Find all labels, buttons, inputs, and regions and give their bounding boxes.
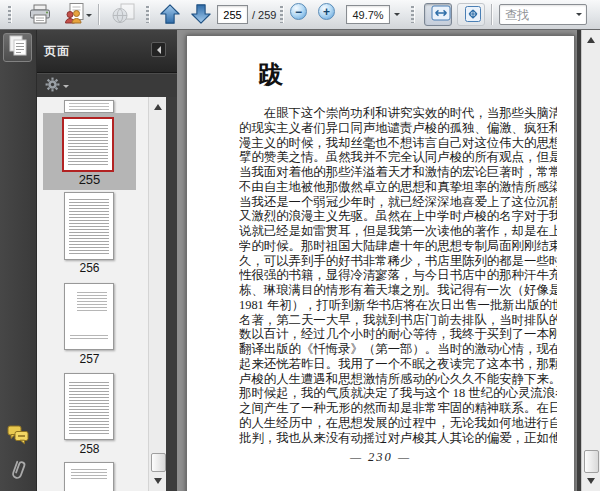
text-line: 卢梭的人生遭遇和思想激情所感动的心久久不能安静下来。从 — [239, 372, 557, 387]
thumbnail-page-254-partial[interactable] — [64, 100, 114, 113]
collapse-panel-button[interactable] — [151, 42, 166, 57]
text-line: 之间产生了一种无形的然而却是非常牢固的精神联系。在日后 — [239, 401, 557, 416]
triangle-up-icon — [587, 33, 595, 43]
zoom-level-value[interactable]: 49.7% — [346, 5, 390, 24]
text-line: 的人生经历中，在思想发展的过程中，无论我如何地进行自我 — [239, 416, 557, 431]
text-line: 批判，我也从来没有动摇过对卢梭其人其论的偏爱，正如他的 — [239, 431, 557, 446]
toolbar-grip[interactable] — [280, 6, 283, 23]
fit-width-button[interactable] — [424, 3, 452, 26]
text-line: 不由自主地被他那傲然卓立的思想和真挚坦率的激情所感染。 — [239, 180, 557, 195]
panel-title: 页面 — [44, 43, 70, 60]
scrollbar-thumb[interactable] — [151, 453, 166, 472]
page-number-input[interactable] — [217, 5, 248, 24]
thumbnail-label: 258 — [43, 442, 136, 456]
fit-page-icon — [464, 11, 482, 26]
text-line: 擘的赞美之情。虽然我并不完全认同卢梭的所有观点，但是每 — [239, 150, 557, 165]
page-total-label: / 259 — [252, 0, 276, 29]
text-line: 在眼下这个崇尚功利和讲究实效的时代，当那些头脑清醒 — [239, 106, 557, 121]
chevron-down-icon — [576, 13, 582, 19]
toolbar-separator — [491, 4, 492, 25]
text-line: 数以百计，经过几个小时的耐心等待，我终于买到了一本刚刚 — [239, 327, 557, 342]
panel-scrollbar[interactable] — [148, 97, 166, 491]
thumbnail-preview — [69, 199, 109, 254]
pages-panel-button[interactable] — [3, 33, 32, 62]
text-line: 学的时候。那时祖国大陆肆虐十年的思想专制局面刚刚结束不 — [239, 239, 557, 254]
text-line: 名著，第二天一大早，我就到书店门前去排队，当时排队的人 — [239, 313, 557, 328]
text-line: 栋、琳琅满目的情形有着天壤之别。我记得有一次（好像是 — [239, 283, 557, 298]
triangle-up-icon — [154, 100, 162, 110]
text-line: 又激烈的浪漫主义先驱。虽然在上中学时卢梭的名字对于我来 — [239, 209, 557, 224]
zoom-out-button[interactable]: − — [290, 3, 307, 20]
previous-page-button[interactable] — [155, 3, 185, 28]
scroll-up-button[interactable] — [149, 97, 166, 113]
speech-bubbles-icon — [6, 423, 30, 448]
pages-icon — [7, 34, 29, 61]
document-view[interactable]: 跋 在眼下这个崇尚功利和讲究实效的时代，当那些头脑清醒的现实主义者们异口同声地谴… — [177, 30, 582, 491]
next-page-button[interactable] — [186, 3, 216, 28]
panel-resize-splitter[interactable] — [166, 97, 177, 491]
thumbnail-page-259-partial[interactable] — [64, 462, 114, 491]
text-line: 当我还是一个弱冠少年时，就已经深深地喜爱上了这位沉静而 — [239, 195, 557, 210]
text-line: 说就已经是如雷贯耳，但是我第一次读他的著作，却是在上大 — [239, 224, 557, 239]
printer-icon — [28, 3, 52, 29]
text-line: 漫主义的时候，我却丝毫也不想讳言自己对这位伟大的思想巨 — [239, 136, 557, 151]
pages-panel: 页面 255 — [36, 30, 177, 491]
globe-document-icon — [110, 2, 136, 29]
scroll-down-button[interactable] — [582, 475, 600, 491]
thumbnail-page-258[interactable] — [64, 373, 114, 440]
panel-options-bar — [36, 73, 177, 98]
thumbnail-list: 255 256 257 258 — [36, 97, 166, 491]
scrollbar-thumb[interactable] — [584, 450, 599, 473]
chevron-down-icon — [394, 13, 400, 19]
thumbnail-page-255[interactable] — [62, 117, 114, 172]
scroll-down-button[interactable] — [149, 475, 166, 491]
page-title: 跋 — [258, 58, 283, 91]
text-line: 翻译出版的《忏悔录》（第一部）。当时的激动心情，现在想 — [239, 342, 557, 357]
triangle-down-icon — [154, 478, 162, 488]
pages-panel-header: 页面 — [36, 30, 177, 73]
toolbar-grip[interactable] — [146, 6, 149, 23]
print-button[interactable] — [24, 3, 56, 28]
zoom-dropdown-button[interactable] — [391, 3, 403, 26]
triangle-down-icon — [587, 478, 595, 488]
scroll-up-button[interactable] — [582, 30, 600, 46]
thumbnail-page-256[interactable] — [64, 192, 114, 260]
body-text: 在眼下这个崇尚功利和讲究实效的时代，当那些头脑清醒的现实主义者们异口同声地谴责卢… — [239, 106, 557, 445]
text-line: 久，可以弄到手的好书非常稀少，书店里陈列的都是一些时效 — [239, 254, 557, 269]
navigation-pane-strip — [0, 30, 37, 491]
thumbnail-label: 255 — [43, 172, 136, 187]
document-people-icon — [62, 2, 86, 29]
toolbar-grip[interactable] — [411, 6, 414, 23]
text-line: 那时候起，我的气质就决定了我与这个 18 世纪的心灵流浪者 — [239, 386, 557, 401]
toolbar-separator — [98, 4, 99, 25]
text-line: 性很强的书籍，显得冷清寥落，与今日书店中的那种汗牛充 — [239, 268, 557, 283]
fit-width-icon — [431, 9, 451, 24]
gear-icon[interactable] — [45, 77, 60, 96]
text-line: 起来还恍若昨日。我用了一个不眠之夜读完了这本书，那颗被 — [239, 357, 557, 372]
fit-page-button[interactable] — [457, 3, 485, 26]
comments-panel-button[interactable] — [5, 422, 31, 448]
text-line: 当我面对着他的那些洋溢着天才和激情的宏论巨著时，常常会 — [239, 165, 557, 180]
find-dropdown-button[interactable] — [572, 10, 586, 19]
thumbnail-preview — [68, 125, 108, 165]
find-input[interactable] — [500, 8, 572, 22]
blue-up-arrow-icon — [159, 3, 181, 29]
chevron-down-icon — [86, 14, 92, 20]
text-line: 的现实主义者们异口同声地谴责卢梭的孤独、偏激、疯狂和浪 — [239, 121, 557, 136]
zoom-in-button[interactable]: + — [318, 3, 335, 20]
blue-down-arrow-icon — [190, 3, 212, 29]
chevron-down-icon[interactable] — [63, 85, 69, 91]
collaborate-button[interactable] — [58, 3, 96, 28]
chevron-left-icon — [153, 46, 161, 54]
thumbnail-label: 256 — [43, 261, 136, 275]
thumbnail-page-257[interactable] — [64, 283, 114, 350]
attachments-panel-button[interactable] — [5, 458, 31, 484]
document-scrollbar[interactable] — [581, 30, 600, 491]
paperclip-icon — [8, 457, 28, 486]
thumbnail-label: 257 — [43, 352, 136, 366]
text-line: 1981 年初），打听到新华书店将在次日出售一批新出版的世界 — [239, 298, 557, 313]
toolbar-grip[interactable] — [8, 6, 11, 23]
thumbnail-preview — [71, 469, 107, 481]
page-footer-number: — 230 — — [187, 450, 574, 465]
pdf-reader-window: { "toolbar": { "page_current": "255", "p… — [0, 0, 600, 491]
